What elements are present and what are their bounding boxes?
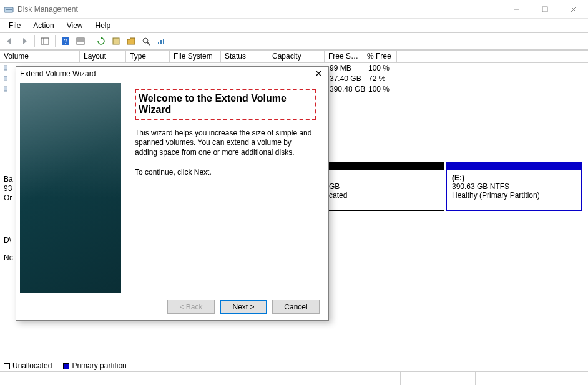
toolbar: ? <box>0 32 588 50</box>
wizard-banner <box>20 83 121 293</box>
grid-header: Volume Layout Type File System Status Ca… <box>0 51 588 63</box>
minimize-button[interactable] <box>502 0 531 19</box>
maximize-button[interactable] <box>531 0 559 19</box>
forward-icon[interactable] <box>17 34 31 48</box>
partition-size-suffix: GB <box>329 182 444 191</box>
back-button: < Back <box>167 300 215 314</box>
cancel-button[interactable]: Cancel <box>272 300 320 314</box>
disk-status: Or <box>4 193 16 203</box>
col-layout[interactable]: Layout <box>80 51 126 63</box>
menu-view[interactable]: View <box>62 20 88 31</box>
svg-rect-13 <box>113 38 119 44</box>
cell-pct: 100 % <box>365 84 398 95</box>
partition-e-size: 390.63 GB NTFS <box>452 182 576 191</box>
panel-icon[interactable] <box>38 34 52 48</box>
col-status[interactable]: Status <box>221 51 268 63</box>
menubar: File Action View Help <box>0 19 588 32</box>
close-button[interactable] <box>559 0 588 19</box>
chart-icon[interactable] <box>154 34 168 48</box>
extend-volume-wizard: Extend Volume Wizard ✕ Welcome to the Ex… <box>16 66 329 321</box>
wizard-continue-hint: To continue, click Next. <box>135 168 316 178</box>
wizard-titlebar[interactable]: Extend Volume Wizard ✕ <box>16 67 328 80</box>
properties-icon[interactable] <box>109 34 123 48</box>
cell-pct: 100 % <box>365 63 398 74</box>
partition-e[interactable]: (E:) 390.63 GB NTFS Healthy (Primary Par… <box>446 170 582 211</box>
refresh-icon[interactable] <box>94 34 108 48</box>
wizard-title-text: Extend Volume Wizard <box>20 69 312 78</box>
svg-rect-18 <box>163 39 164 44</box>
legend-unallocated: Unallocated <box>12 361 52 370</box>
close-icon[interactable]: ✕ <box>312 67 325 80</box>
search-icon[interactable] <box>139 34 153 48</box>
help-icon[interactable]: ? <box>59 34 72 48</box>
status-bar <box>0 371 588 385</box>
col-type[interactable]: Type <box>126 51 170 63</box>
partition-header-blue <box>446 162 582 170</box>
svg-point-14 <box>143 38 148 43</box>
dvd-name: D\ <box>4 236 16 245</box>
dvd-status: Nc <box>4 253 16 262</box>
svg-rect-6 <box>41 38 49 44</box>
legend-primary: Primary partition <box>72 361 126 370</box>
legend: Unallocated Primary partition <box>4 361 127 370</box>
legend-swatch-unallocated <box>4 363 10 369</box>
wizard-description: This wizard helps you increase the size … <box>135 129 316 158</box>
legend-swatch-primary <box>63 363 69 369</box>
col-spacer <box>397 51 588 63</box>
col-pctfree[interactable]: % Free <box>363 51 397 63</box>
menu-help[interactable]: Help <box>91 20 116 31</box>
svg-rect-3 <box>542 7 547 12</box>
col-capacity[interactable]: Capacity <box>268 51 325 63</box>
svg-rect-10 <box>77 38 84 44</box>
list-icon[interactable] <box>74 34 87 48</box>
next-button[interactable]: Next > <box>220 300 267 314</box>
partition-header-dark <box>327 162 444 170</box>
menu-action[interactable]: Action <box>28 20 59 31</box>
partition-unallocated[interactable]: GB cated <box>327 170 444 211</box>
wizard-heading: Welcome to the Extend Volume Wizard <box>135 89 316 120</box>
svg-rect-17 <box>160 40 162 44</box>
partition-e-name: (E:) <box>452 173 576 182</box>
svg-rect-1 <box>6 9 12 10</box>
partition-status-suffix: cated <box>329 191 444 200</box>
disk-size: 93 <box>4 184 16 193</box>
col-volume[interactable]: Volume <box>0 51 80 63</box>
cell-free: 390.48 GB <box>326 84 365 95</box>
disk-name: Ba <box>4 175 16 184</box>
svg-rect-16 <box>158 42 159 44</box>
open-icon[interactable] <box>124 34 138 48</box>
back-icon[interactable] <box>2 34 16 48</box>
svg-text:?: ? <box>64 38 67 45</box>
partition-e-status: Healthy (Primary Partition) <box>452 191 576 200</box>
cell-free: 99 MB <box>326 63 365 74</box>
col-filesystem[interactable]: File System <box>170 51 221 63</box>
titlebar: Disk Management <box>0 0 588 19</box>
window-title: Disk Management <box>17 5 502 14</box>
app-icon <box>4 4 14 14</box>
cell-pct: 72 % <box>365 74 398 84</box>
svg-line-15 <box>147 42 150 45</box>
col-freespace[interactable]: Free Spa... <box>325 51 363 63</box>
menu-file[interactable]: File <box>4 20 26 31</box>
cell-free: 37.40 GB <box>326 74 365 84</box>
